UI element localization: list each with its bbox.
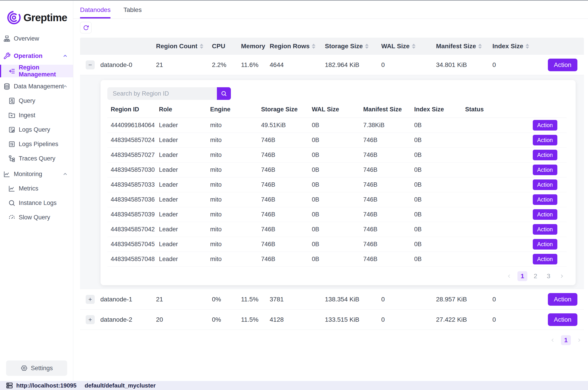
datanode-name: datanode-0 (100, 61, 156, 69)
cell-wal-size: 0B (312, 256, 363, 263)
tab-datanodes[interactable]: Datanodes (80, 6, 110, 18)
region-action-button[interactable]: Action (533, 135, 557, 146)
settings-button[interactable]: Settings (6, 360, 67, 376)
sidebar-item-label: Traces Query (19, 155, 55, 162)
cell-manifest-size: 28.957 KiB (436, 296, 492, 303)
settings-label: Settings (31, 365, 53, 372)
col-region-count[interactable]: Region Count (156, 43, 212, 50)
sidebar-item-instance-logs[interactable]: Instance Logs (0, 196, 73, 209)
region-row: 4483945857039 Leader mito 746B 0B 746B 0… (107, 207, 567, 222)
sidebar-item-slow-query[interactable]: Slow Query (0, 211, 73, 224)
region-action-button[interactable]: Action (533, 209, 557, 220)
datanode-action-button[interactable]: Action (548, 313, 577, 326)
cell-storage-size: 746B (261, 211, 312, 218)
sort-carets-icon[interactable] (365, 44, 369, 49)
region-action-button[interactable]: Action (533, 239, 557, 249)
sidebar-item-traces-query[interactable]: Traces Query (0, 152, 73, 165)
cluster-name[interactable]: default/default_mycluster (85, 382, 155, 389)
page-button-1[interactable]: 1 (517, 271, 527, 281)
sort-carets-icon[interactable] (312, 44, 315, 49)
col-wal-size[interactable]: WAL Size (381, 43, 436, 50)
tab-tables[interactable]: Tables (123, 6, 142, 18)
col-index-size[interactable]: Index Size (492, 43, 548, 50)
region-detail-card: Region ID Role Engine Storage Size WAL S… (100, 80, 576, 285)
col-region-rows[interactable]: Region Rows (270, 43, 325, 50)
cell-cpu: 0% (212, 296, 241, 303)
sidebar-item-metrics[interactable]: Metrics (0, 182, 73, 195)
region-action-button[interactable]: Action (533, 194, 557, 205)
cell-wal-size: 0B (312, 166, 363, 173)
plus-icon: + (88, 317, 92, 323)
line-chart-icon (8, 185, 16, 192)
sort-carets-icon[interactable] (526, 44, 529, 49)
sidebar-section-label: Data Management (14, 83, 64, 90)
col-manifest-size[interactable]: Manifest Size (436, 43, 492, 50)
cell-index-size: 0 (492, 61, 548, 69)
region-row: 4483945857030 Leader mito 746B 0B 746B 0… (107, 162, 567, 177)
sidebar-nav: Overview Operation (0, 32, 73, 224)
next-page-button[interactable] (574, 335, 584, 345)
col-storage-size[interactable]: Storage Size (325, 43, 381, 50)
chevron-right-icon (576, 337, 582, 343)
region-action-button[interactable]: Action (533, 150, 557, 160)
main-area: Datanodes Tables Region Count (73, 1, 588, 381)
sort-carets-icon[interactable] (200, 44, 203, 49)
region-search-input[interactable] (107, 87, 217, 100)
cell-engine: mito (210, 122, 261, 129)
chevron-right-icon (559, 273, 565, 279)
page-button-3[interactable]: 3 (543, 271, 553, 281)
cell-wal-size: 0B (312, 181, 363, 188)
datanode-action-button[interactable]: Action (548, 293, 577, 306)
col-storage-size: Storage Size (261, 106, 312, 113)
sort-carets-icon[interactable] (478, 44, 482, 49)
cell-region-rows: 3781 (270, 296, 325, 303)
next-page-button[interactable] (557, 271, 567, 281)
sidebar-item-ingest[interactable]: Ingest (0, 109, 73, 122)
page-button-2[interactable]: 2 (531, 271, 540, 281)
collapse-row-button[interactable]: − (86, 60, 95, 69)
expand-row-button[interactable]: + (86, 295, 95, 304)
sidebar-item-query[interactable]: Query (0, 95, 73, 107)
sidebar: Greptime Overview (0, 1, 73, 381)
sidebar-item-label: Instance Logs (19, 199, 57, 206)
cell-region-id: 4483945857045 (107, 241, 159, 248)
sidebar-item-region-management[interactable]: Region Management (0, 65, 73, 77)
sidebar-section-operation[interactable]: Operation (0, 49, 73, 62)
refresh-button[interactable] (80, 22, 92, 33)
cell-storage-size: 746B (261, 256, 312, 263)
region-action-button[interactable]: Action (533, 165, 557, 175)
app: Greptime Overview (0, 1, 588, 381)
cell-manifest-size: 746B (363, 256, 414, 263)
datanode-name: datanode-1 (100, 296, 156, 303)
page-button-1[interactable]: 1 (561, 335, 571, 345)
cell-manifest-size: 746B (363, 211, 414, 218)
sidebar-section-data-management[interactable]: Data Management (0, 80, 73, 93)
sidebar-section-monitoring[interactable]: Monitoring (0, 168, 73, 180)
prev-page-button[interactable] (548, 335, 558, 345)
datanode-row: − datanode-0 21 2.2% 11.6% 4644 182.964 … (80, 55, 584, 75)
col-status: Status (465, 106, 513, 113)
sidebar-item-logs-pipelines[interactable]: Logs Pipelines (0, 138, 73, 150)
cell-role: Leader (159, 137, 210, 144)
chevron-left-icon (506, 273, 512, 279)
server-url[interactable]: http://localhost:19095 (16, 382, 76, 389)
expand-row-button[interactable]: + (86, 315, 95, 324)
sidebar-item-overview[interactable]: Overview (0, 32, 73, 45)
sliders-icon (8, 141, 16, 148)
cell-region-count: 21 (156, 61, 212, 69)
sort-carets-icon[interactable] (412, 44, 416, 49)
cell-role: Leader (159, 151, 210, 158)
region-action-button[interactable]: Action (533, 224, 557, 235)
region-search-button[interactable] (217, 87, 231, 100)
datanode-action-button[interactable]: Action (548, 59, 577, 71)
cell-region-id: 4483945857030 (107, 166, 159, 173)
region-action-button[interactable]: Action (533, 254, 557, 264)
sidebar-item-logs-query[interactable]: Logs Query (0, 123, 73, 136)
region-action-button[interactable]: Action (533, 179, 557, 190)
cell-engine: mito (210, 256, 261, 263)
cell-wal-size: 0B (312, 211, 363, 218)
prev-page-button[interactable] (504, 271, 514, 281)
sidebar-item-label: Logs Pipelines (19, 141, 58, 148)
plus-icon: + (88, 296, 92, 302)
region-action-button[interactable]: Action (533, 120, 557, 131)
